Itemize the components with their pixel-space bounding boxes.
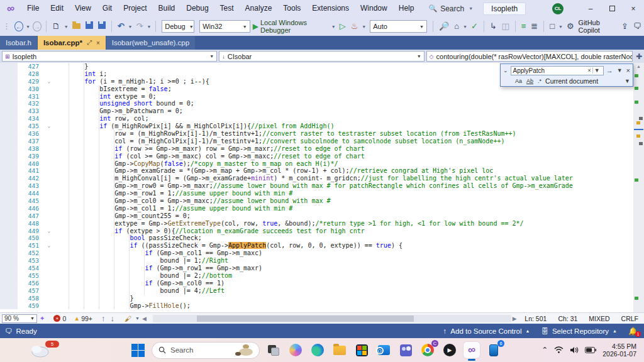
breakpoint-margin[interactable] — [0, 257, 18, 265]
solution-name-badge[interactable]: Isopleth — [483, 3, 526, 15]
breakpoint-margin[interactable] — [0, 93, 18, 101]
breakpoint-margin[interactable] — [0, 130, 18, 138]
find-collapse-button[interactable]: ⌄ — [502, 67, 509, 74]
code-line[interactable]: 437col = (m_HighColPix[i]-1)/m_testintv+… — [0, 138, 633, 145]
new-project-dropdown[interactable]: ▼ — [63, 25, 70, 29]
code-line[interactable]: 451⌄if ((passSizeCheck = Gmp->ApplyPatch… — [0, 242, 633, 250]
fold-marker[interactable] — [44, 234, 54, 242]
tab-isobar-cpp-[interactable]: Isobar.cpp*⤢× — [38, 36, 106, 50]
code-line[interactable]: 457bound |= 4;//Left — [0, 287, 633, 295]
menu-item-tools[interactable]: Tools — [277, 4, 306, 13]
fold-marker[interactable] — [44, 250, 54, 257]
volume-icon[interactable] — [570, 346, 579, 354]
notifications-bell[interactable]: 🔔 1 — [628, 327, 638, 336]
breakpoint-margin[interactable] — [0, 212, 18, 220]
code-line[interactable]: 443Gmp->m_row0 = Gmp->m_maxr;//assume lo… — [0, 182, 633, 190]
fold-marker[interactable]: ⌄ — [44, 78, 54, 85]
fold-marker[interactable] — [44, 190, 54, 197]
zoom-combo[interactable]: 90 %▼ — [2, 314, 37, 323]
breakpoint-margin[interactable] — [0, 250, 18, 257]
code-line[interactable]: 434int row, col; — [0, 115, 633, 123]
start-debug-button[interactable]: Local Windows Debugger — [258, 19, 330, 34]
breakpoint-margin[interactable] — [0, 287, 18, 295]
code-line[interactable]: 449⌄if (extype > 0){//location m_examGra… — [0, 228, 633, 235]
watch-mode-combo[interactable]: Auto▼ — [370, 20, 427, 33]
code-line[interactable]: 438if (row >= Gmp->m_maxr) row = Gmp->m_… — [0, 145, 633, 153]
hot-reload-dropdown[interactable]: ▼ — [360, 25, 367, 29]
find-scope-dropdown[interactable]: Current document ▼ — [545, 77, 631, 85]
code-editor[interactable]: 427}428int i;429⌄for (i = m_nHigh-1; i >… — [0, 63, 633, 312]
copilot-button[interactable]: GitHub Copilot — [577, 19, 619, 34]
step-cursor-button[interactable]: ↳ — [487, 17, 499, 36]
breakpoint-margin[interactable] — [0, 115, 18, 123]
fold-marker[interactable] — [44, 212, 54, 220]
regex-toggle[interactable]: .* — [537, 78, 542, 84]
menu-item-edit[interactable]: Edit — [45, 4, 69, 13]
code-line[interactable]: 433Gmp->m_bPatchwarn = 0; — [0, 107, 633, 115]
fold-marker[interactable] — [44, 115, 54, 123]
fold-marker[interactable] — [44, 287, 54, 295]
scroll-up-icon[interactable]: ▲ — [633, 63, 644, 70]
save-button[interactable] — [83, 17, 96, 36]
fold-marker[interactable] — [44, 70, 54, 78]
code-line[interactable]: 452if (Gmp->m_col1 == Gmp->m_maxc) — [0, 250, 633, 257]
fold-marker[interactable] — [44, 220, 54, 228]
breakpoint-margin[interactable] — [0, 197, 18, 205]
member-dropdown[interactable]: ◇ contouring(double(* rasRowVector)[MAXC… — [426, 51, 633, 62]
breakpoint-margin[interactable] — [0, 220, 18, 228]
pin-tab-icon[interactable]: ⤢ — [87, 39, 92, 47]
menu-item-extensions[interactable]: Extensions — [306, 4, 355, 13]
breakpoint-margin[interactable] — [0, 123, 18, 130]
breakpoint-margin[interactable] — [0, 182, 18, 190]
minimize-button[interactable]: – — [580, 0, 601, 17]
wifi-icon[interactable] — [554, 346, 564, 354]
type-dropdown[interactable]: ↓ CIsobar▼ — [219, 51, 424, 62]
splitter-icon[interactable]: ✚ — [636, 52, 642, 61]
scrollbar-thumb[interactable] — [197, 315, 414, 322]
teams-button[interactable] — [397, 342, 414, 358]
breakpoint-margin[interactable] — [0, 242, 18, 250]
taskbar-clock[interactable]: 4:55 PM 2026-01-07 — [602, 343, 636, 358]
hot-reload-button[interactable]: ♨ — [348, 17, 361, 36]
code-line[interactable]: 444Gmp->m_row1 = 1;//assume upper bound … — [0, 190, 633, 197]
line-indicator[interactable]: Ln: 501 — [519, 315, 552, 322]
file-explorer-button[interactable] — [331, 342, 348, 358]
breakpoint-margin[interactable] — [0, 145, 18, 153]
code-line[interactable]: 431int extype = 0; — [0, 93, 633, 101]
share-button[interactable]: ⇪ — [619, 17, 631, 36]
fold-marker[interactable] — [44, 272, 54, 280]
code-line[interactable]: 441Gmp->m_examGrade = *(Gmp->m_map + Gmp… — [0, 167, 633, 175]
open-file-button[interactable] — [70, 17, 83, 36]
close-tab-icon[interactable]: × — [96, 40, 100, 47]
bookmark-button[interactable]: □ — [547, 17, 557, 36]
tab-isobar-web-unsafe-cpp[interactable]: Isobar(web_unsafe).cpp — [106, 36, 195, 50]
tab-isobar-h[interactable]: Isobar.h — [0, 36, 37, 50]
horizontal-scrollbar[interactable] — [153, 315, 511, 322]
navigate-forward-button[interactable]: → — [33, 21, 42, 31]
column-indicator[interactable]: Ch: 31 — [552, 315, 583, 322]
task-view-button[interactable] — [265, 342, 282, 358]
fold-marker[interactable] — [44, 107, 54, 115]
visual-studio-taskbar-button[interactable]: ∞ — [464, 342, 480, 358]
feedback-bubble-icon[interactable]: 🗨 — [5, 327, 13, 335]
maximize-button[interactable] — [601, 0, 623, 17]
code-line[interactable]: 453bound |= 1;//Right — [0, 257, 633, 265]
configuration-combo[interactable]: Debug▼ — [162, 20, 194, 33]
microsoft-store-button[interactable] — [353, 342, 370, 358]
save-all-button[interactable] — [96, 17, 108, 36]
breakpoint-margin[interactable] — [0, 175, 18, 182]
menu-item-help[interactable]: Help — [393, 4, 420, 13]
breakpoint-margin[interactable] — [0, 100, 18, 107]
fold-marker[interactable] — [44, 175, 54, 182]
clear-icon[interactable]: × — [586, 67, 592, 74]
breakpoint-margin[interactable] — [0, 78, 18, 85]
breakpoint-margin[interactable] — [0, 153, 18, 160]
navigate-back-dropdown[interactable]: ▼ — [25, 25, 31, 29]
account-avatar[interactable]: CL — [552, 3, 564, 14]
new-project-button[interactable]: 🗋 — [50, 17, 63, 36]
fold-marker[interactable] — [44, 63, 54, 70]
breakpoint-margin[interactable] — [0, 295, 18, 302]
encoding-indicator[interactable]: MIXED — [583, 315, 615, 322]
feedback-button[interactable]: 🗨 — [631, 17, 644, 36]
start-without-debug-button[interactable]: ▷ — [337, 17, 348, 36]
